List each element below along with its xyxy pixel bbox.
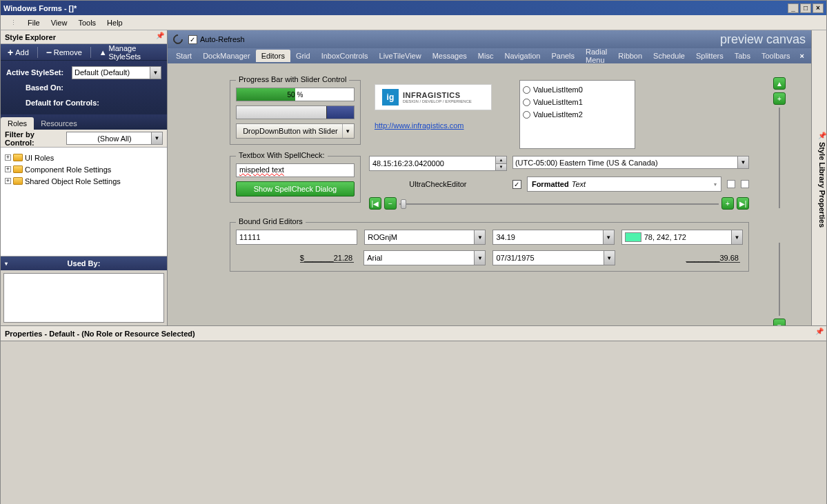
progress-group: Progress Bar with Slider Control 50 % Dr… bbox=[230, 80, 361, 145]
chevron-down-icon[interactable]: ▼ bbox=[474, 251, 485, 265]
roles-tree[interactable]: +UI Roles +Component Role Settings +Shar… bbox=[1, 148, 167, 256]
radio-item[interactable]: ValueListItem0 bbox=[523, 83, 632, 96]
menu-file[interactable]: File bbox=[23, 17, 44, 28]
minus-button[interactable]: − bbox=[384, 197, 397, 210]
chevron-down-icon[interactable]: ▾ bbox=[5, 261, 8, 267]
tab-resources[interactable]: Resources bbox=[34, 117, 84, 130]
tab-messages[interactable]: Messages bbox=[427, 50, 472, 62]
tab-splitters[interactable]: Splitters bbox=[690, 50, 729, 62]
spellcheck-group: Textbox With SpellCheck: mispeled text S… bbox=[230, 156, 361, 203]
dropdown-button[interactable]: DropDownButton with Slider ▼ bbox=[236, 123, 355, 139]
remove-button[interactable]: −Remove bbox=[43, 46, 85, 59]
pin-icon[interactable]: 📌 bbox=[818, 132, 826, 139]
tab-grid[interactable]: Grid bbox=[290, 50, 316, 62]
tree-node[interactable]: +Shared Object Role Settings bbox=[5, 175, 163, 187]
tab-panels[interactable]: Panels bbox=[546, 50, 580, 62]
track[interactable] bbox=[399, 198, 719, 209]
formatted-text-editor[interactable]: Formatted Text ▾ bbox=[527, 177, 721, 192]
radio-item[interactable]: ValueListItem1 bbox=[523, 96, 632, 108]
vertical-slider-1[interactable]: ▲ + bbox=[767, 77, 792, 208]
value-list[interactable]: ValueListItem0 ValueListItem1 ValueListI… bbox=[519, 80, 635, 149]
tab-start[interactable]: Start bbox=[170, 50, 197, 62]
expand-icon[interactable]: + bbox=[5, 166, 11, 172]
chevron-down-icon[interactable]: ▼ bbox=[342, 124, 353, 138]
radio-item[interactable]: ValueListItem2 bbox=[523, 108, 632, 121]
preview-panel: ✓ Auto-Refresh preview canvas Start Dock… bbox=[168, 30, 811, 325]
chevron-down-icon[interactable]: ▼ bbox=[603, 230, 614, 244]
chevron-down-icon[interactable]: ▼ bbox=[737, 157, 748, 168]
grid-cell[interactable]: 11111 bbox=[236, 230, 357, 245]
tab-dockmanager[interactable]: DockManager bbox=[197, 50, 255, 62]
chevron-down-icon[interactable]: ▼ bbox=[474, 230, 485, 244]
spellcheck-button[interactable]: Show SpellCheck Dialog bbox=[236, 181, 355, 196]
active-styleset-combo[interactable]: Default (Default) ▼ bbox=[72, 66, 161, 79]
checkbox-icon[interactable]: ✓ bbox=[188, 35, 197, 44]
tab-schedule[interactable]: Schedule bbox=[648, 50, 690, 62]
tab-livetile[interactable]: LiveTileView bbox=[374, 50, 427, 62]
check-editor[interactable]: ✓ bbox=[512, 180, 521, 189]
expand-icon[interactable]: + bbox=[5, 154, 11, 161]
plus-button[interactable]: + bbox=[721, 197, 734, 210]
minus-button[interactable]: − bbox=[773, 319, 786, 325]
spell-legend: Textbox With SpellCheck: bbox=[236, 151, 328, 159]
infragistics-link[interactable]: http://www.infragistics.com bbox=[375, 121, 464, 130]
grid-cell[interactable]: ROGnjM▼ bbox=[364, 230, 486, 245]
radio-icon[interactable] bbox=[523, 86, 530, 94]
expand-icon[interactable]: + bbox=[5, 178, 11, 184]
radio-icon[interactable] bbox=[523, 111, 530, 119]
small-box[interactable] bbox=[727, 180, 735, 188]
grid-cell[interactable]: $_______21.28 bbox=[236, 250, 357, 265]
last-button[interactable]: ▶| bbox=[737, 197, 749, 210]
chevron-down-icon[interactable]: ▼ bbox=[151, 132, 162, 144]
pin-icon[interactable]: 📌 bbox=[815, 327, 824, 335]
tree-node[interactable]: +Component Role Settings bbox=[5, 163, 163, 175]
title-bar: Windows Forms - []* _ □ × bbox=[0, 0, 827, 15]
tab-tabs[interactable]: Tabs bbox=[729, 50, 756, 62]
trackbar[interactable]: |◀ − + ▶| bbox=[369, 197, 749, 210]
tab-navigation[interactable]: Navigation bbox=[499, 50, 546, 62]
radio-icon[interactable] bbox=[523, 99, 530, 106]
manage-button[interactable]: ▲Manage StyleSets bbox=[97, 43, 163, 62]
vertical-slider-2[interactable]: − ▼ bbox=[767, 243, 792, 325]
tab-toolbars[interactable]: Toolbars bbox=[756, 50, 796, 62]
menu-tools[interactable]: Tools bbox=[74, 17, 100, 28]
close-button[interactable]: × bbox=[813, 3, 824, 13]
grid-cell[interactable]: Arial▼ bbox=[363, 250, 486, 265]
grid-cell[interactable]: 78, 242, 172▼ bbox=[621, 230, 743, 245]
tab-roles[interactable]: Roles bbox=[1, 117, 34, 130]
thumb-icon[interactable] bbox=[401, 199, 406, 209]
timespan-input[interactable]: 48.15:16:23.0420000 ▲▼ bbox=[369, 156, 507, 171]
auto-refresh-check[interactable]: ✓ Auto-Refresh bbox=[188, 35, 245, 44]
up-button[interactable]: ▲ bbox=[773, 77, 786, 90]
tab-misc[interactable]: Misc bbox=[472, 50, 499, 62]
slider-bar[interactable] bbox=[236, 105, 355, 119]
spin-up-icon[interactable]: ▲ bbox=[495, 157, 506, 164]
used-by-header[interactable]: ▾ Used By: bbox=[1, 256, 167, 270]
spin-down-icon[interactable]: ▼ bbox=[495, 164, 506, 171]
plus-button[interactable]: + bbox=[773, 92, 786, 105]
tab-inbox[interactable]: InboxControls bbox=[316, 50, 374, 62]
refresh-icon[interactable] bbox=[171, 32, 185, 46]
filter-combo[interactable]: (Show All) ▼ bbox=[66, 132, 163, 145]
tab-ribbon[interactable]: Ribbon bbox=[612, 50, 648, 62]
first-button[interactable]: |◀ bbox=[369, 197, 381, 210]
add-button[interactable]: +Add bbox=[5, 46, 32, 59]
grid-cell[interactable]: 07/31/1975▼ bbox=[492, 250, 615, 265]
tree-node[interactable]: +UI Roles bbox=[5, 152, 163, 163]
chevron-down-icon[interactable]: ▼ bbox=[604, 251, 615, 265]
spell-input[interactable]: mispeled text bbox=[236, 163, 355, 177]
minimize-button[interactable]: _ bbox=[788, 3, 799, 13]
menu-help[interactable]: Help bbox=[103, 17, 127, 28]
grid-cell[interactable]: 34.19▼ bbox=[492, 230, 614, 245]
tab-close-icon[interactable]: × bbox=[796, 52, 808, 60]
tab-editors[interactable]: Editors bbox=[256, 50, 290, 62]
pin-icon[interactable]: 📌 bbox=[156, 32, 164, 39]
chevron-down-icon[interactable]: ▼ bbox=[731, 230, 742, 244]
timezone-combo[interactable]: (UTC-05:00) Eastern Time (US & Canada)▼ bbox=[512, 156, 749, 169]
small-box[interactable] bbox=[741, 180, 749, 188]
maximize-button[interactable]: □ bbox=[800, 3, 811, 13]
chevron-down-icon[interactable]: ▼ bbox=[150, 67, 161, 79]
menu-view[interactable]: View bbox=[47, 17, 72, 28]
grid-cell[interactable]: ________39.68 bbox=[622, 250, 743, 265]
style-library-tab[interactable]: 📌 Style Library Properties bbox=[811, 30, 826, 325]
